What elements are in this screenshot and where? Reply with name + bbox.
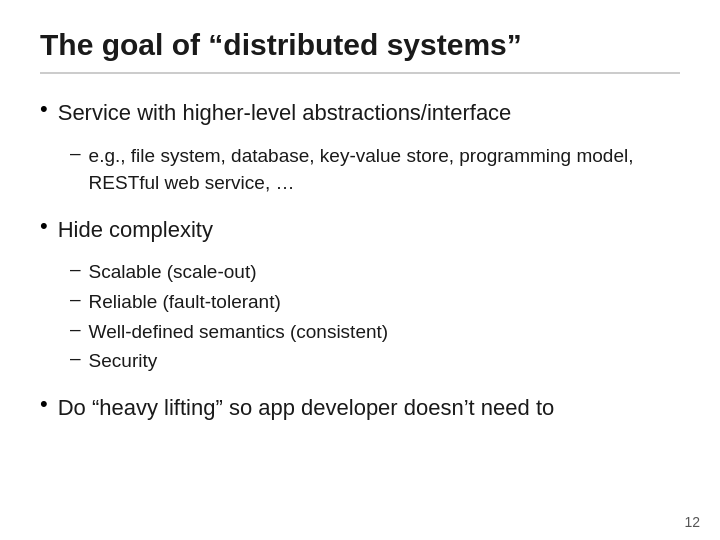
bullet-text-2: Hide complexity: [58, 215, 213, 245]
sub-dash-2-2: –: [70, 288, 81, 310]
sub-item-2-4: – Security: [70, 347, 680, 375]
sub-text-2-3: Well-defined semantics (consistent): [89, 318, 389, 346]
bullet-item-3: • Do “heavy lifting” so app developer do…: [40, 393, 680, 423]
sub-text-2-2: Reliable (fault-tolerant): [89, 288, 281, 316]
bullet-item-1: • Service with higher-level abstractions…: [40, 98, 680, 128]
bullet-text-1: Service with higher-level abstractions/i…: [58, 98, 512, 128]
page-number: 12: [684, 514, 700, 530]
bullet-item-2: • Hide complexity: [40, 215, 680, 245]
sub-dash-2-3: –: [70, 318, 81, 340]
bullet-text-3: Do “heavy lifting” so app developer does…: [58, 393, 555, 423]
sub-item-2-3: – Well-defined semantics (consistent): [70, 318, 680, 346]
sub-items-2: – Scalable (scale-out) – Reliable (fault…: [70, 258, 680, 376]
slide-title: The goal of “distributed systems”: [40, 28, 680, 74]
bullet-dot-1: •: [40, 96, 48, 122]
sub-items-1: – e.g., file system, database, key-value…: [70, 142, 680, 199]
sub-dash-2-4: –: [70, 347, 81, 369]
sub-item-2-1: – Scalable (scale-out): [70, 258, 680, 286]
bullet-dot-3: •: [40, 391, 48, 417]
sub-item-2-2: – Reliable (fault-tolerant): [70, 288, 680, 316]
sub-item-1-1: – e.g., file system, database, key-value…: [70, 142, 680, 197]
sub-text-2-1: Scalable (scale-out): [89, 258, 257, 286]
sub-text-1-1: e.g., file system, database, key-value s…: [89, 142, 680, 197]
bullet-dot-2: •: [40, 213, 48, 239]
sub-text-2-4: Security: [89, 347, 158, 375]
slide-content: • Service with higher-level abstractions…: [40, 84, 680, 520]
sub-dash-2-1: –: [70, 258, 81, 280]
sub-dash-1-1: –: [70, 142, 81, 164]
slide: The goal of “distributed systems” • Serv…: [0, 0, 720, 540]
